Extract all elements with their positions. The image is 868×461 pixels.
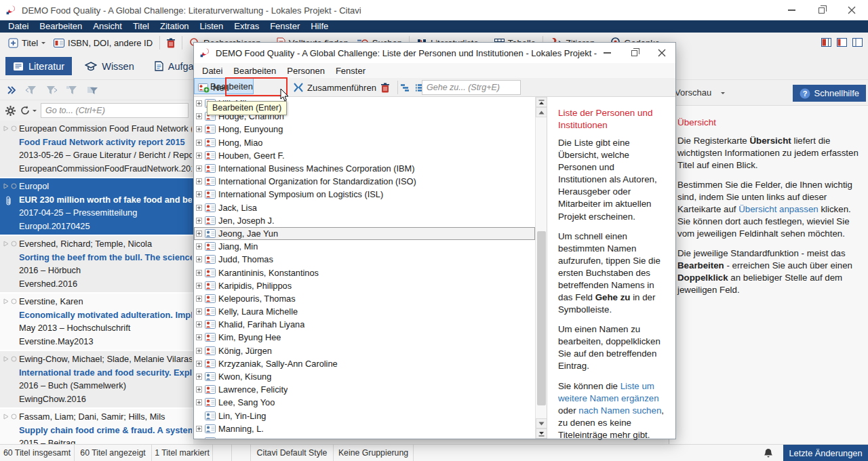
person-row[interactable]: Krzyzaniak, Sally-Ann Caroline [194,357,535,370]
filter-stack-icon[interactable] [87,85,98,95]
expander-icon[interactable] [196,361,202,367]
expander-icon[interactable] [196,321,202,327]
person-row[interactable] [194,435,535,439]
scrollbar-thumb[interactable] [537,231,546,405]
status-citation-style[interactable]: Citavi Default Style [251,445,334,461]
person-row[interactable]: Jack, Lisa [194,201,535,214]
scroll-to-top-button[interactable] [536,97,547,107]
expander-icon[interactable] [196,218,202,224]
reference-item[interactable]: Evershed, Richard; Temple, Nicola Sortin… [0,236,193,294]
flag-icon[interactable] [3,183,9,189]
expander-icon[interactable] [196,296,202,302]
goto-input[interactable] [41,103,189,118]
menu-item[interactable]: Ansicht [87,20,127,33]
person-row[interactable]: Lin, Yin-Ling [194,409,535,422]
person-row[interactable]: Karipidis, Philippos [194,279,535,292]
expander-icon[interactable] [196,283,202,289]
person-row[interactable]: Judd, Thomas [194,253,535,266]
menu-item[interactable]: Personen [281,66,330,76]
person-row[interactable]: International Business Machines Corporat… [194,162,535,175]
gear-icon[interactable] [5,106,16,116]
menu-item[interactable]: Bearbeiten [228,66,281,76]
expander-icon[interactable] [196,230,202,237]
expander-icon[interactable] [196,153,202,159]
tab-literatur[interactable]: Literatur [5,57,72,75]
layout-two-columns-icon[interactable] [837,38,847,47]
scroll-down-button[interactable] [536,418,547,428]
expander-icon[interactable] [196,256,202,262]
filter-forward-icon[interactable] [46,85,57,95]
flag-icon[interactable] [3,414,9,420]
help-link[interactable]: Übersicht anpassen [738,204,818,214]
expander-icon[interactable] [196,308,202,315]
person-row[interactable]: Jiang, Min [194,240,535,253]
scroll-to-bottom-button[interactable] [536,428,547,439]
person-row[interactable]: Kim, Byung Hee [194,331,535,344]
tab-wissen[interactable]: Wissen [77,57,142,75]
person-row[interactable]: Khalid, Farihah Liyana [194,318,535,331]
expander-icon[interactable] [196,270,202,276]
refresh-icon[interactable] [20,106,31,115]
isbn-doi-button[interactable]: ISBN, DOI, andere ID [50,36,157,50]
menu-item[interactable]: Extras [229,20,264,33]
person-row[interactable]: Houben, Geert F. [194,149,535,162]
circle-icon[interactable] [11,414,17,420]
sort-hierarchy-button[interactable] [400,78,410,97]
person-row[interactable]: Jeong, Jae Yun [194,227,535,240]
menu-item[interactable]: Datei [3,20,34,33]
menu-item[interactable]: Fenster [330,66,371,76]
reference-item[interactable]: Europol EUR 230 million worth of fake fo… [0,178,193,236]
person-row[interactable]: International Symposium on Logistics (IS… [194,188,535,201]
close-icon[interactable] [848,6,856,14]
menu-item[interactable]: Fenster [264,20,305,33]
expander-icon[interactable] [196,100,202,106]
expander-icon[interactable] [196,348,202,354]
reference-item[interactable]: Everstine, Karen Economically motivated … [0,294,193,351]
circle-icon[interactable] [11,241,17,247]
person-row[interactable]: Jen, Joseph J. [194,214,535,227]
expander-icon[interactable] [196,178,202,184]
flag-icon[interactable] [3,241,9,247]
person-row[interactable]: Kelly, Laura Michelle [194,305,535,318]
expander-icon[interactable] [196,113,202,119]
layout-three-columns-icon[interactable] [821,38,831,47]
person-row[interactable]: König, Jürgen [194,344,535,357]
person-row[interactable]: Kelepouris, Thomas [194,292,535,305]
menu-item[interactable]: Bearbeiten [34,20,87,33]
circle-icon[interactable] [11,125,17,132]
layout-one-column-icon[interactable] [852,38,863,47]
new-title-button[interactable]: Titel [4,36,50,50]
reference-item[interactable]: European Commission Food Fraud Network (… [0,121,193,178]
notifications-button[interactable] [753,445,783,461]
menu-item[interactable]: Hilfe [305,20,334,33]
expander-icon[interactable] [196,126,202,132]
person-row[interactable]: Lee, Sang Yoo [194,396,535,409]
person-row[interactable]: International Organization for Standardi… [194,175,535,188]
filter-back-icon[interactable] [26,85,37,95]
expander-icon[interactable] [196,399,202,405]
scroll-up-button[interactable] [536,107,547,117]
person-row[interactable]: Karantininis, Konstantinos [194,266,535,279]
minimize-icon[interactable] [604,52,611,54]
circle-icon[interactable] [11,183,17,189]
last-changes-button[interactable]: Letzte Änderungen [783,445,868,461]
schnellhilfe-button[interactable]: ? Schnellhilfe [793,85,867,102]
flag-icon[interactable] [3,356,9,362]
expander-icon[interactable] [196,140,202,146]
circle-icon[interactable] [11,356,17,362]
person-row[interactable]: Manning, L. [194,422,535,435]
person-list-scrollbar[interactable] [535,97,547,439]
person-row[interactable]: Lawrence, Felicity [194,383,535,396]
status-grouping[interactable]: Keine Gruppierung [334,445,414,461]
expander-icon[interactable] [196,191,202,197]
dialog-goto-input[interactable] [422,80,521,95]
flag-icon[interactable] [3,298,9,304]
menu-item[interactable]: Datei [197,66,228,76]
help-link[interactable]: nach Namen suchen [578,405,661,416]
circle-icon[interactable] [11,298,17,304]
expander-icon[interactable] [196,205,202,211]
menu-item[interactable]: Listen [195,20,229,33]
filter-clear-icon[interactable] [66,85,77,95]
expander-icon[interactable] [196,386,202,393]
expand-panel-icon[interactable] [7,86,16,94]
